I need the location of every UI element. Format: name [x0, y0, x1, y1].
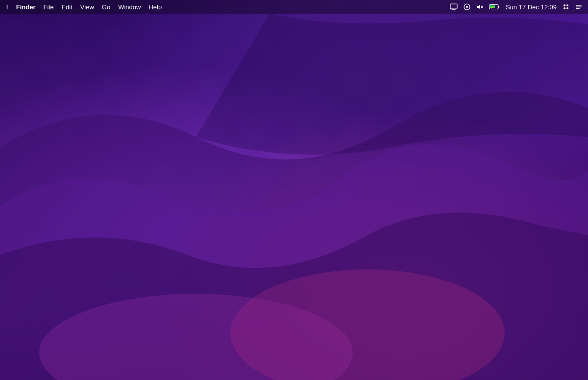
- window-menu[interactable]: Window: [118, 3, 141, 11]
- svg-point-15: [566, 4, 568, 6]
- apple-menu[interactable]: : [6, 3, 8, 11]
- focus-icon[interactable]: [464, 3, 470, 10]
- svg-rect-20: [576, 8, 580, 9]
- svg-point-16: [564, 7, 565, 9]
- svg-text:⚡: ⚡: [490, 6, 494, 9]
- svg-rect-4: [451, 10, 456, 10]
- help-menu[interactable]: Help: [148, 3, 162, 11]
- svg-rect-11: [498, 6, 499, 8]
- menubar:  Finder File Edit View Go Window Help: [0, 0, 588, 14]
- svg-point-17: [566, 7, 568, 9]
- svg-rect-2: [450, 4, 457, 9]
- view-menu[interactable]: View: [80, 3, 94, 11]
- desktop-waves: [0, 0, 588, 380]
- edit-menu[interactable]: Edit: [61, 3, 72, 11]
- battery-icon[interactable]: ⚡: [489, 4, 500, 10]
- control-center-icon[interactable]: [563, 3, 569, 10]
- svg-rect-3: [452, 9, 455, 10]
- file-menu[interactable]: File: [43, 3, 53, 11]
- finder-menu[interactable]: Finder: [16, 3, 36, 11]
- menubar-left:  Finder File Edit View Go Window Help: [6, 3, 162, 11]
- svg-point-6: [466, 6, 468, 8]
- svg-rect-18: [576, 5, 582, 6]
- menubar-right: ⚡ Sun 17 Dec 12:09: [450, 3, 582, 11]
- notification-center-icon[interactable]: [575, 3, 582, 10]
- sound-muted-icon[interactable]: [476, 3, 483, 10]
- svg-point-14: [564, 4, 565, 6]
- datetime-display[interactable]: Sun 17 Dec 12:09: [506, 3, 557, 11]
- go-menu[interactable]: Go: [102, 3, 110, 11]
- screen-record-icon[interactable]: [450, 3, 458, 10]
- svg-rect-19: [576, 7, 582, 8]
- svg-marker-7: [477, 4, 480, 9]
